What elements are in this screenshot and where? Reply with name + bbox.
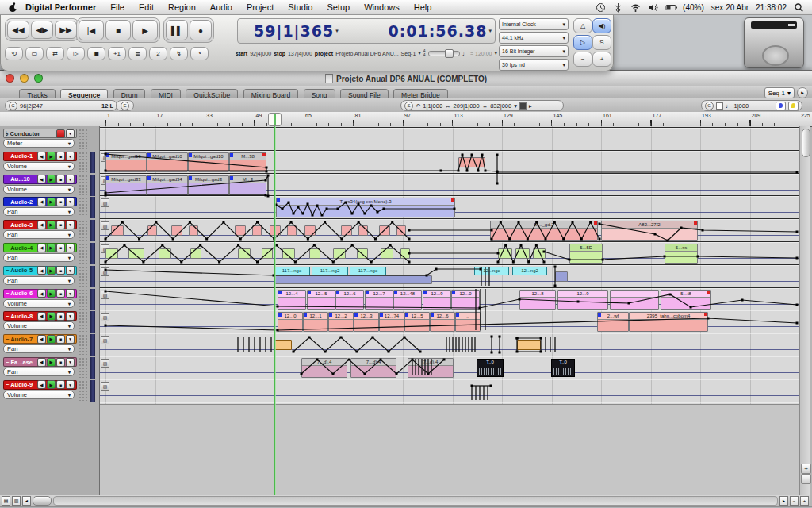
audio-monitor-button[interactable]: ◀) bbox=[592, 18, 611, 33]
sample-rate-select[interactable]: 44.1 kHz▾ bbox=[499, 32, 569, 44]
menu-item-edit[interactable]: Edit bbox=[132, 2, 161, 12]
grid-snap-checkbox[interactable] bbox=[716, 102, 723, 110]
undo-icon[interactable]: ↶ bbox=[416, 102, 420, 110]
track-automation-select[interactable]: Pan▾ bbox=[3, 253, 75, 262]
selection-start-value[interactable]: 1|1|000 bbox=[423, 102, 442, 110]
bars-beats-counter[interactable]: 59|1|365 bbox=[254, 22, 334, 40]
grid-value[interactable]: 1|000 bbox=[734, 102, 774, 110]
clock-icon[interactable] bbox=[596, 2, 606, 13]
selection-menu-arrow[interactable]: ▾ bbox=[514, 102, 517, 110]
track-grip[interactable] bbox=[79, 152, 89, 172]
selection-length-value[interactable]: 832|000 bbox=[490, 102, 511, 110]
horizontal-scrollbar-track[interactable] bbox=[53, 496, 778, 506]
project-value[interactable]: Projeto Anual DP6 ANU... bbox=[335, 51, 398, 56]
time-signature[interactable]: 44 bbox=[423, 49, 426, 57]
clock-source-select[interactable]: Internal Clock▾ bbox=[499, 18, 569, 30]
audio-clip[interactable]: 12...9 bbox=[423, 290, 451, 310]
menu-item-region[interactable]: Region bbox=[161, 2, 203, 12]
audio-clip-segment[interactable] bbox=[189, 225, 198, 236]
expand-panel-button[interactable]: + bbox=[592, 52, 611, 67]
tab-overflow-button[interactable]: ▸ bbox=[797, 87, 808, 98]
menu-item-windows[interactable]: Windows bbox=[357, 2, 407, 12]
muted-clip[interactable]: T..0 bbox=[477, 359, 504, 377]
audio-clip[interactable]: 12...5 bbox=[307, 290, 335, 310]
track-automation-select[interactable]: Pan▾ bbox=[3, 276, 75, 285]
vertical-scrollbar-thumb[interactable] bbox=[802, 129, 810, 157]
audio-clip-segment[interactable] bbox=[515, 248, 530, 259]
audio-clip-segment[interactable] bbox=[238, 248, 251, 259]
track-automation-select[interactable]: Meter▾ bbox=[3, 139, 75, 148]
audio-clip[interactable]: 12...4 bbox=[278, 290, 306, 310]
tempo-slider-thumb[interactable] bbox=[445, 49, 454, 58]
track-menu-button[interactable]: ▾ bbox=[66, 335, 75, 344]
lane-take-box[interactable]: ▨ bbox=[101, 313, 109, 321]
rewind-button[interactable]: ◀◀ bbox=[7, 21, 29, 39]
menu-item-audio[interactable]: Audio bbox=[203, 2, 239, 12]
audio-clip[interactable]: 12...74 bbox=[379, 312, 404, 332]
audio-clip[interactable]: Milqui...gad10 bbox=[105, 152, 147, 172]
stop-button[interactable]: ■ bbox=[105, 20, 131, 40]
audio-clip[interactable]: 12...5 bbox=[404, 312, 430, 332]
audio-clip[interactable]: 117...ng2 bbox=[312, 267, 348, 275]
track-record-button[interactable]: ■ bbox=[56, 335, 65, 344]
track-automation-select[interactable]: Volume▾ bbox=[3, 321, 75, 330]
audio-clip-segment[interactable] bbox=[270, 225, 281, 236]
window-title-bar[interactable]: Projeto Anual DP6 ANUAL (COMPLETO) bbox=[0, 71, 812, 87]
tool-button-4[interactable]: ▷ bbox=[67, 47, 85, 60]
track-play-enable-button[interactable]: ▶ bbox=[47, 266, 56, 275]
audio-clip-segment[interactable] bbox=[147, 225, 157, 236]
time-counter-menu[interactable]: ▾ bbox=[488, 28, 492, 34]
audio-clip-segment[interactable] bbox=[105, 248, 118, 259]
track-record-button[interactable]: ■ bbox=[56, 380, 65, 389]
start-value[interactable]: 92|4|000 bbox=[250, 51, 271, 56]
track-record-button[interactable]: ■ bbox=[56, 312, 65, 321]
menu-item-app[interactable]: Digital Performer bbox=[18, 2, 103, 12]
lane-take-box[interactable]: ▨ bbox=[101, 291, 109, 299]
spotlight-icon[interactable] bbox=[794, 2, 804, 13]
audio-clip[interactable]: 7...d).4 bbox=[301, 358, 347, 378]
audio-clip-segment[interactable] bbox=[171, 225, 182, 236]
track-monitor-button[interactable]: ◀ bbox=[37, 221, 46, 229]
bluetooth-icon[interactable] bbox=[613, 2, 623, 13]
track-record-button[interactable]: ■ bbox=[56, 266, 65, 275]
track-automation-select[interactable]: Pan▾ bbox=[3, 368, 75, 376]
audio-clip[interactable]: Milqui...gad33 bbox=[105, 175, 147, 195]
track-monitor-button[interactable]: ◀ bbox=[37, 152, 46, 160]
event-button[interactable]: E bbox=[121, 102, 129, 110]
track-automation-select[interactable]: Volume▾ bbox=[3, 162, 75, 171]
track-automation-select[interactable]: Pan▾ bbox=[3, 207, 75, 216]
track-automation-select[interactable]: Volume▾ bbox=[3, 391, 75, 399]
audio-clip-segment[interactable] bbox=[274, 340, 292, 350]
slow-rewind-button[interactable]: ◀▶ bbox=[31, 21, 53, 39]
audio-clip-segment[interactable] bbox=[381, 248, 393, 259]
selection-tool-button[interactable] bbox=[519, 102, 527, 110]
track-grip[interactable] bbox=[79, 220, 89, 241]
time-counter[interactable]: 0:01:56.38 bbox=[389, 22, 488, 40]
track-lanes-canvas[interactable]: ▨▨▨▨▨▨▨▨▨▨▨Milqui...gad10Milqui...gad10M… bbox=[100, 126, 799, 495]
track-record-button[interactable]: ■ bbox=[56, 175, 65, 183]
audio-clip[interactable]: 12...6 bbox=[430, 312, 455, 332]
measure-ruler[interactable]: 1173349658197113129145161177193209225 bbox=[0, 112, 812, 127]
audio-clip[interactable]: 12...48 bbox=[393, 290, 422, 310]
audio-clip-segment[interactable] bbox=[190, 248, 201, 259]
audio-clip-segment[interactable] bbox=[128, 248, 144, 259]
selection-mode-button[interactable]: S bbox=[404, 102, 413, 110]
apple-menu-icon[interactable] bbox=[8, 2, 18, 13]
track-header-audio-9[interactable]: ~ Audio-9◀▶■▾ bbox=[3, 380, 77, 390]
zoom-out-vertical-button[interactable]: − bbox=[801, 474, 811, 484]
audio-clip[interactable]: 12...3 bbox=[354, 312, 379, 332]
audio-clip[interactable]: Milqui...gad10 bbox=[188, 152, 229, 172]
tool-button-1[interactable]: ⟲ bbox=[5, 47, 23, 60]
audio-clip[interactable]: M...3 bbox=[229, 175, 266, 195]
play-button[interactable]: ▶ bbox=[132, 20, 158, 40]
audio-clip-segment[interactable] bbox=[517, 340, 541, 350]
zoom-out-button[interactable]: − bbox=[790, 496, 799, 506]
metronome-button[interactable]: △ bbox=[573, 18, 592, 33]
audio-clip-segment[interactable] bbox=[262, 248, 273, 259]
track-play-enable-button[interactable]: ▶ bbox=[47, 335, 56, 344]
track-grip[interactable] bbox=[79, 243, 89, 264]
audio-clip[interactable]: 117...ngo bbox=[350, 267, 386, 275]
volume-icon[interactable] bbox=[648, 2, 658, 13]
track-header-conductor[interactable]: ♭ Conductor▾ bbox=[3, 129, 77, 138]
lane-take-box[interactable]: ▨ bbox=[101, 336, 109, 344]
